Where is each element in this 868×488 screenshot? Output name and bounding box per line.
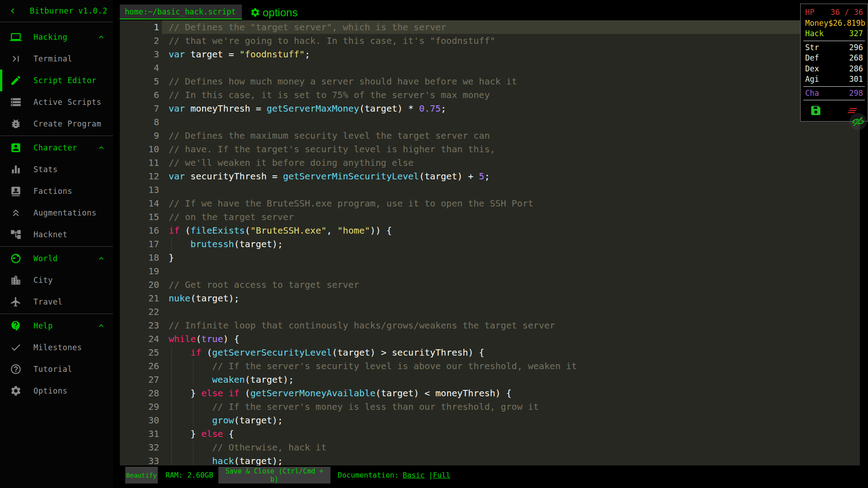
code-line-27[interactable]: 27 weaken(target); <box>120 373 860 386</box>
line-number: 1 <box>120 20 159 34</box>
globe-icon <box>10 253 22 264</box>
sidebar-item-script-editor[interactable]: Script Editor <box>0 70 113 91</box>
code-line-17[interactable]: 17 brutessh(target); <box>120 237 860 251</box>
code-line-7[interactable]: 7var moneyThresh = getServerMaxMoney(tar… <box>120 102 860 115</box>
save-icon[interactable] <box>810 104 822 117</box>
sidebar-section-help[interactable]: Help <box>0 315 113 337</box>
line-text: } <box>162 251 860 264</box>
line-text: // In this case, it is set to 75% of the… <box>162 88 860 102</box>
code-line-23[interactable]: 23// Infinite loop that continously hack… <box>120 319 860 332</box>
stat-row-agi: Agi301 <box>801 74 868 85</box>
sidebar-section-world[interactable]: World <box>0 248 113 269</box>
stat-value: 286 <box>849 64 863 75</box>
code-line-24[interactable]: 24while(true) { <box>120 332 860 346</box>
code-line-20[interactable]: 20// Get root access to target server <box>120 278 860 291</box>
tab-label: home:~/basic_hack.script <box>125 7 236 16</box>
sidebar-item-terminal[interactable]: Terminal <box>0 48 113 70</box>
sidebar-item-stats[interactable]: Stats <box>0 159 113 180</box>
line-text: } else { <box>162 427 860 441</box>
beautify-button[interactable]: Beautify <box>125 467 158 483</box>
documentation-basic-link[interactable]: Basic <box>403 471 425 479</box>
stat-row-cha: Cha298 <box>801 88 868 99</box>
sidebar-item-hacknet[interactable]: Hacknet <box>0 224 113 245</box>
code-line-13[interactable]: 13 <box>120 183 860 197</box>
code-line-3[interactable]: 3var target = "foodnstuff"; <box>120 47 860 61</box>
code-line-28[interactable]: 28 } else if (getServerMoneyAvailable(ta… <box>120 386 860 400</box>
sidebar-item-label: Active Scripts <box>33 98 101 107</box>
line-number: 9 <box>120 129 159 142</box>
editor-options-button[interactable]: options <box>250 5 297 20</box>
code-line-11[interactable]: 11// we'll weaken it before doing anythi… <box>120 156 860 169</box>
line-number: 12 <box>120 169 159 183</box>
code-line-15[interactable]: 15// on the target server <box>120 210 860 224</box>
sidebar-section-label: Hacking <box>33 33 67 42</box>
code-line-6[interactable]: 6// In this case, it is set to 75% of th… <box>120 88 860 102</box>
line-text: weaken(target); <box>162 373 860 386</box>
code-line-22[interactable]: 22 <box>120 305 860 319</box>
code-line-10[interactable]: 10// have. If the target's security leve… <box>120 142 860 156</box>
code-line-4[interactable]: 4 <box>120 61 860 75</box>
code-line-2[interactable]: 2// that we're going to hack. In this ca… <box>120 34 860 47</box>
question-icon <box>10 363 22 375</box>
hud-divider <box>803 86 865 87</box>
code-line-9[interactable]: 9// Defines the maximum security level t… <box>120 129 860 142</box>
line-number: 3 <box>120 47 159 61</box>
documentation-full-link[interactable]: Full <box>433 471 451 479</box>
line-number: 16 <box>120 224 159 237</box>
stat-value: 268 <box>849 53 863 64</box>
sidebar-item-create-program[interactable]: Create Program <box>0 113 113 135</box>
code-line-12[interactable]: 12var securityThresh = getServerMinSecur… <box>120 169 860 183</box>
city-icon <box>10 274 22 286</box>
sidebar-item-augmentations[interactable]: Augmentations <box>0 202 113 224</box>
sidebar-item-milestones[interactable]: Milestones <box>0 337 113 358</box>
augmentations-icon <box>10 207 22 219</box>
sidebar-item-travel[interactable]: Travel <box>0 291 113 313</box>
line-number: 24 <box>120 332 159 346</box>
sidebar-item-tutorial[interactable]: Tutorial <box>0 358 113 380</box>
code-line-32[interactable]: 32 // Otherwise, hack it <box>120 441 860 454</box>
code-line-18[interactable]: 18} <box>120 251 860 264</box>
gear-icon <box>10 385 22 397</box>
line-number: 10 <box>120 142 159 156</box>
gear-icon <box>250 7 260 18</box>
laptop-icon <box>10 31 22 43</box>
sidebar-item-label: Terminal <box>33 54 72 63</box>
code-line-19[interactable]: 19 <box>120 264 860 278</box>
line-text: // Otherwise, hack it <box>162 441 860 454</box>
line-number: 5 <box>120 75 159 88</box>
code-area[interactable]: 1// Defines the "target server", which i… <box>120 20 860 465</box>
line-number: 27 <box>120 373 159 386</box>
stats-icon <box>10 164 22 175</box>
sidebar-section-hacking[interactable]: Hacking <box>0 26 113 48</box>
code-line-14[interactable]: 14// If we have the BruteSSH.exe program… <box>120 197 860 210</box>
chevron-up-icon <box>97 33 106 42</box>
code-line-29[interactable]: 29 // If the server's money is less than… <box>120 400 860 413</box>
code-line-31[interactable]: 31 } else { <box>120 427 860 441</box>
sidebar-item-factions[interactable]: Factions <box>0 180 113 202</box>
sidebar-item-options[interactable]: Options <box>0 380 113 402</box>
code-line-30[interactable]: 30 grow(target); <box>120 413 860 427</box>
code-line-26[interactable]: 26 // If the server's security level is … <box>120 359 860 373</box>
sidebar-item-city[interactable]: City <box>0 269 113 291</box>
line-text: brutessh(target); <box>162 237 860 251</box>
line-text <box>162 183 860 197</box>
code-line-33[interactable]: 33 hack(target); <box>120 454 860 465</box>
sidebar-section-character[interactable]: Character <box>0 137 113 159</box>
code-line-1[interactable]: 1// Defines the "target server", which i… <box>120 20 860 34</box>
code-line-25[interactable]: 25 if (getServerSecurityLevel(target) > … <box>120 346 860 359</box>
tab-basic-hack-script[interactable]: home:~/basic_hack.script <box>120 5 242 19</box>
code-line-5[interactable]: 5// Defines how much money a server shou… <box>120 75 860 88</box>
sidebar-divider <box>0 246 113 247</box>
stat-row-dex: Dex286 <box>801 64 868 75</box>
code-line-21[interactable]: 21nuke(target); <box>120 291 860 305</box>
collapse-sidebar-button[interactable] <box>4 2 22 20</box>
code-line-8[interactable]: 8 <box>120 115 860 129</box>
toggle-overlay-button[interactable] <box>849 113 867 130</box>
sidebar-section-label: World <box>33 254 58 263</box>
sidebar-item-active-scripts[interactable]: Active Scripts <box>0 91 113 113</box>
chevron-up-icon <box>97 321 106 330</box>
code-line-16[interactable]: 16if (fileExists("BruteSSH.exe", "home")… <box>120 224 860 237</box>
person-icon <box>10 142 22 154</box>
stat-label: Dex <box>805 64 819 75</box>
save-close-button[interactable]: Save & Close (Ctrl/Cmd + b) <box>218 467 330 483</box>
